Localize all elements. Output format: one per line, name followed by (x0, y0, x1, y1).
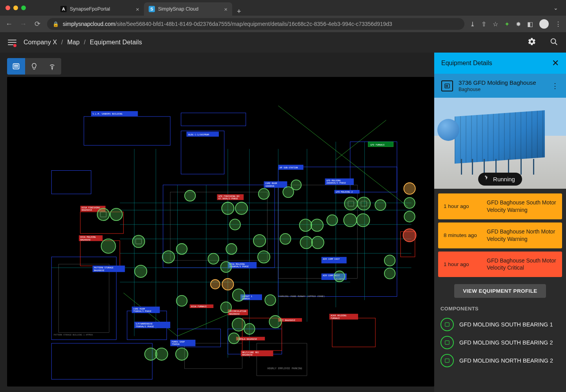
svg-point-143 (258, 188, 269, 199)
svg-point-132 (222, 202, 234, 214)
breadcrumb-company[interactable]: Company X (24, 39, 57, 46)
extensions-icon[interactable]: ✸ (516, 20, 521, 28)
svg-point-126 (162, 251, 175, 263)
tab-title: SynapseFpoPortal (70, 6, 133, 12)
svg-text:1000KVA: 1000KVA (265, 185, 275, 187)
svg-point-131 (221, 262, 232, 273)
install-app-icon[interactable]: ⤓ (470, 20, 475, 28)
svg-rect-48 (332, 318, 375, 347)
svg-point-144 (265, 295, 276, 306)
svg-point-125 (176, 348, 188, 360)
profile-avatar[interactable] (539, 19, 549, 29)
component-row[interactable]: GFD MOLDING NORTH BEARING 2 (440, 352, 560, 370)
panel-close-button[interactable]: ✕ (552, 58, 559, 68)
tab-close-button[interactable]: × (224, 6, 227, 13)
svg-point-154 (344, 197, 357, 210)
mode-network-button[interactable] (43, 58, 61, 75)
svg-rect-178 (445, 323, 450, 326)
browser-menu-icon[interactable]: ⋮ (555, 20, 561, 28)
tab-close-button[interactable]: × (136, 6, 139, 13)
share-icon[interactable]: ⇧ (481, 20, 486, 28)
svg-rect-29 (51, 343, 152, 379)
url-field[interactable]: 🔒 simplysnapcloud.com/site/5ee56840-bfd1… (47, 18, 464, 30)
new-tab-button[interactable]: + (232, 7, 246, 16)
svg-point-129 (185, 190, 196, 201)
alert-row[interactable]: 1 hour ago GFD Baghouse South Motor Velo… (438, 252, 562, 277)
search-icon[interactable] (550, 37, 558, 48)
settings-icon[interactable] (528, 37, 536, 48)
svg-point-4 (16, 65, 16, 66)
breadcrumb-equipment-details: Equipment Details (90, 39, 142, 46)
svg-point-123 (145, 348, 157, 360)
svg-point-145 (269, 315, 281, 328)
nav-reload-button[interactable]: ⟳ (33, 20, 42, 28)
alert-row[interactable]: 8 minutes ago GFD Baghouse North Motor V… (438, 222, 562, 248)
svg-point-173 (446, 85, 446, 86)
bookmark-icon[interactable]: ☆ (493, 20, 498, 28)
svg-point-151 (300, 236, 312, 248)
svg-point-7 (16, 67, 16, 67)
svg-point-153 (327, 215, 338, 226)
svg-point-160 (384, 255, 395, 266)
svg-point-135 (226, 244, 237, 255)
svg-text:GFD MOLDING 2: GFD MOLDING 2 (336, 191, 353, 193)
titlebar: A SynapseFpoPortal × S SimplySnap Cloud … (0, 0, 566, 16)
svg-text:GFD FINISHING BH: GFD FINISHING BH (218, 195, 239, 197)
component-label: GFD MOLDING SOUTH BEARING 1 (459, 321, 553, 328)
component-label: GFD MOLDING NORTH BEARING 2 (459, 357, 553, 365)
svg-text:FUMES SHOP: FUMES SHOP (172, 341, 185, 343)
svg-point-138 (232, 318, 245, 331)
svg-rect-30 (51, 171, 91, 194)
menu-button[interactable] (8, 38, 17, 47)
map-area: BLDG C-1/SHIPRAM HP SUB-STATION CORE ROO… (0, 53, 434, 392)
mode-lighting-button[interactable] (25, 58, 43, 75)
view-equipment-profile-button[interactable]: VIEW EQUIPMENT PROFILE (454, 284, 546, 298)
tab-overflow-button[interactable]: ⌄ (553, 5, 561, 11)
browser-tab-active[interactable]: S SimplySnap Cloud × (144, 2, 232, 16)
svg-point-148 (291, 180, 301, 190)
mode-equipment-button[interactable] (7, 58, 25, 75)
svg-text:750KVA: 750KVA (172, 343, 180, 345)
alert-message: GFD Baghouse South Motor Velocity Critic… (487, 257, 557, 272)
tab-title: SimplySnap Cloud (158, 6, 221, 12)
browser-tab[interactable]: A SynapseFpoPortal × (56, 2, 144, 16)
breadcrumb: Company X / Map / Equipment Details (24, 39, 142, 46)
svg-text:S/P/WAREHOUSE: S/P/WAREHOUSE (136, 323, 153, 325)
svg-point-137 (221, 302, 232, 313)
svg-text:750KVA/3 PHASE: 750KVA/3 PHASE (133, 310, 151, 312)
svg-point-142 (258, 251, 270, 263)
extension-evernote-icon[interactable]: ✦ (504, 20, 510, 28)
cad-map[interactable]: BLDG C-1/SHIPRAM HP SUB-STATION CORE ROO… (7, 77, 434, 387)
sidepanel-icon[interactable]: ◧ (527, 20, 533, 28)
close-window-button[interactable] (5, 5, 10, 10)
svg-text:BAGHOUSE: BAGHOUSE (94, 269, 105, 272)
svg-point-5 (17, 65, 18, 66)
component-row[interactable]: GFD MOLDING SOUTH BEARING 2 (440, 334, 560, 352)
svg-point-119 (110, 208, 122, 221)
equipment-details-panel: Equipment Details ✕ 3736 GFD Molding Bag… (434, 53, 566, 392)
svg-text:1000KVA/3 PHASE: 1000KVA/3 PHASE (229, 265, 249, 268)
minimize-window-button[interactable] (13, 5, 18, 10)
svg-point-146 (280, 233, 291, 244)
equipment-summary-row: 3736 GFD Molding Baghouse Baghouse ⋮ (434, 74, 566, 98)
breadcrumb-map[interactable]: Map (67, 39, 80, 46)
map-mode-toggle (7, 58, 61, 75)
svg-point-0 (551, 38, 556, 43)
notification-dot (13, 44, 16, 47)
alert-row[interactable]: 1 hour ago GFD Baghouse South Motor Velo… (438, 193, 562, 219)
svg-text:BAGHOUSE: BAGHOUSE (242, 354, 253, 356)
nav-back-button[interactable]: ← (5, 20, 13, 28)
component-row[interactable]: GFD MOLDING SOUTH BEARING 1 (440, 315, 560, 334)
svg-rect-179 (445, 341, 450, 345)
svg-point-167 (403, 229, 416, 242)
maximize-window-button[interactable] (21, 5, 26, 10)
url-text: simplysnapcloud.com/site/5ee56840-bfd1-4… (63, 21, 392, 27)
svg-point-165 (211, 280, 220, 289)
nav-forward-button[interactable]: → (19, 20, 27, 28)
browser-tabs: A SynapseFpoPortal × S SimplySnap Cloud … (56, 0, 246, 16)
equipment-menu-button[interactable]: ⋮ (551, 82, 559, 90)
svg-rect-42 (59, 264, 109, 332)
equipment-icon (441, 80, 453, 91)
breadcrumb-sep: / (61, 39, 63, 46)
components-title: COMPONENTS (440, 306, 560, 312)
